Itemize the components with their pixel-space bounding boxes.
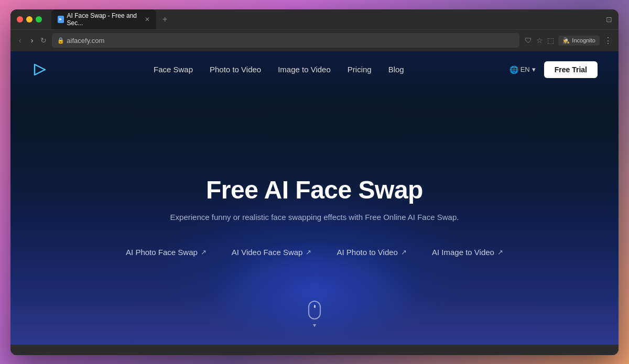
tab-bar: ► AI Face Swap - Free and Sec... ✕ + [51,9,602,29]
hero-link-photo-to-video[interactable]: AI Photo to Video ↗ [337,248,406,257]
site-nav-right: 🌐 EN ▾ Free Trial [509,61,598,78]
bottom-bar [10,345,619,355]
hero-subtitle: Experience funny or realistic face swapp… [170,213,459,222]
mouse-icon [308,301,321,319]
incognito-icon: 🕵 [562,37,570,44]
hero-link-video-face-swap[interactable]: AI Video Face Swap ↗ [232,248,312,257]
address-container: 🔒 [52,33,519,48]
extensions-icon[interactable]: ⬚ [547,36,554,45]
star-icon[interactable]: ☆ [536,36,543,45]
traffic-lights [17,16,42,23]
new-tab-button[interactable]: + [158,13,171,26]
arrow-icon-4: ↗ [497,248,503,256]
svg-marker-0 [35,64,45,75]
nav-face-swap[interactable]: Face Swap [154,65,193,74]
browser-window: ► AI Face Swap - Free and Sec... ✕ + ⊡ ‹… [10,9,619,355]
language-label: EN [520,65,530,73]
scroll-arrow-icon: ▾ [313,322,316,329]
browser-menu-button[interactable]: ⋮ [604,36,612,46]
forward-button[interactable]: › [29,34,36,47]
hero-link-photo-face-swap-label: AI Photo Face Swap [126,248,198,257]
browser-actions: 🛡 ☆ ⬚ 🕵 Incognito ⋮ [525,36,612,46]
arrow-icon: ↗ [201,248,207,256]
website-content: Face Swap Photo to Video Image to Video … [10,51,619,345]
nav-pricing[interactable]: Pricing [348,65,372,74]
minimize-button[interactable] [26,16,32,23]
title-bar: ► AI Face Swap - Free and Sec... ✕ + ⊡ [10,9,619,29]
mouse-dot [314,305,316,308]
lock-icon: 🔒 [57,37,64,44]
logo-icon [31,61,48,78]
nav-image-to-video[interactable]: Image to Video [278,65,331,74]
arrow-icon-3: ↗ [401,248,407,256]
nav-blog[interactable]: Blog [388,65,404,74]
site-nav-links: Face Swap Photo to Video Image to Video … [154,65,404,74]
site-logo[interactable] [31,61,48,78]
globe-icon: 🌐 [509,65,518,74]
active-tab[interactable]: ► AI Face Swap - Free and Sec... ✕ [51,9,156,29]
scroll-indicator: ▾ [308,301,321,329]
arrow-icon-2: ↗ [306,248,311,256]
hero-link-image-to-video[interactable]: AI Image to Video ↗ [432,248,503,257]
incognito-label: Incognito [572,37,595,43]
hero-title: Free AI Face Swap [206,175,423,204]
chevron-down-icon: ▾ [532,65,536,73]
back-button[interactable]: ‹ [17,34,24,47]
maximize-button[interactable] [36,16,42,23]
hero-link-image-to-video-label: AI Image to Video [432,248,494,257]
tab-favicon: ► [58,16,64,23]
hero-link-photo-to-video-label: AI Photo to Video [337,248,397,257]
tab-title: AI Face Swap - Free and Sec... [67,12,139,27]
tab-close-button[interactable]: ✕ [145,16,150,23]
incognito-badge: 🕵 Incognito [558,36,600,46]
nav-photo-to-video[interactable]: Photo to Video [210,65,261,74]
hero-link-photo-face-swap[interactable]: AI Photo Face Swap ↗ [126,248,207,257]
site-navbar: Face Swap Photo to Video Image to Video … [10,51,619,88]
address-bar: ‹ › ↻ 🔒 🛡 ☆ ⬚ 🕵 Incognito ⋮ [10,29,619,51]
address-input[interactable] [52,33,519,48]
reload-button[interactable]: ↻ [40,36,47,45]
language-selector[interactable]: 🌐 EN ▾ [509,65,536,74]
free-trial-button[interactable]: Free Trial [544,61,598,78]
hero-links: AI Photo Face Swap ↗ AI Video Face Swap … [126,248,503,257]
window-minimize-icon[interactable]: ⊡ [606,15,612,24]
close-button[interactable] [17,16,23,23]
hero-link-video-face-swap-label: AI Video Face Swap [232,248,303,257]
shield-icon: 🛡 [525,36,532,45]
